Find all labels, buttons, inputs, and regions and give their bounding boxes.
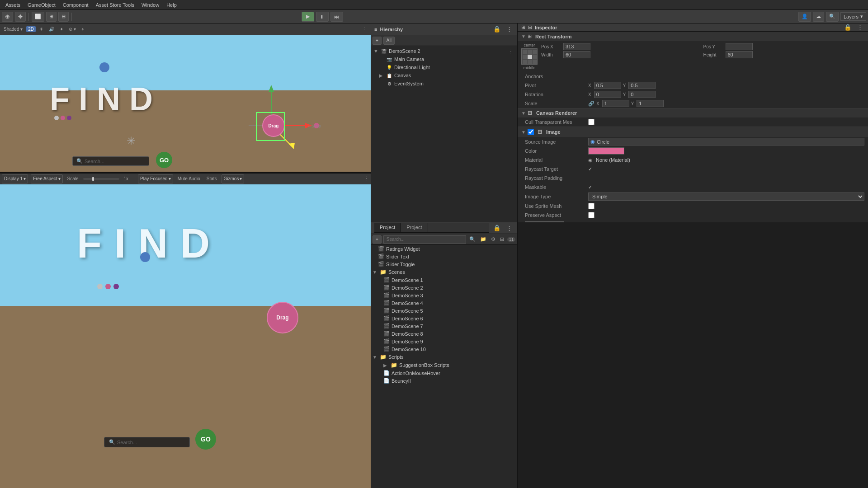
project-tool-4[interactable]: ⊞ — [499, 236, 505, 243]
image-header[interactable]: ▼ 🖼 Image — [518, 127, 868, 137]
display-dropdown[interactable]: Display 1 ▾ — [2, 174, 28, 183]
menu-component[interactable]: Component — [59, 1, 92, 9]
proj-slider-toggle[interactable]: 🎬 Slider Toggle — [371, 260, 517, 268]
project-more-btn[interactable]: ⋮ — [505, 224, 514, 232]
image-enabled-checkbox[interactable] — [528, 129, 534, 135]
rotation-y-input[interactable] — [628, 91, 656, 98]
proj-demoscene1[interactable]: 🎬 DemoScene 1 — [371, 276, 517, 284]
inspector-lock-btn[interactable]: 🔒 — [843, 23, 853, 31]
hierarchy-directional-light[interactable]: ▶ 💡 Directional Light — [372, 63, 516, 71]
project-add-btn[interactable]: + — [373, 235, 382, 244]
stats-btn[interactable]: Stats — [205, 176, 219, 182]
canvas-renderer-header[interactable]: ▼ 🖼 Canvas Renderer — [518, 108, 868, 117]
project-tab-2[interactable]: Project — [401, 223, 428, 232]
hierarchy-eventsystem[interactable]: ▶ ⚙ EventSystem — [372, 80, 516, 88]
scale-y-input[interactable] — [637, 100, 664, 107]
rect-transform-header[interactable]: ▼ ⊞ Rect Transform — [518, 32, 868, 41]
rect-tool[interactable]: ⬜ — [32, 12, 44, 22]
search-button[interactable]: 🔍 — [826, 12, 839, 22]
mute-audio-btn[interactable]: Mute Audio — [176, 176, 202, 182]
project-tab-1[interactable]: Project — [374, 223, 401, 232]
pivot-y-input[interactable] — [628, 82, 656, 89]
game-search-box[interactable]: 🔍 Search... — [104, 437, 190, 447]
proj-scenes-folder[interactable]: ▼ 📁 Scenes — [371, 268, 517, 276]
scene-2d-btn[interactable]: 2D — [26, 26, 36, 32]
proj-bouncyii[interactable]: 📄 BouncyII — [371, 377, 517, 385]
use-sprite-mesh-checkbox[interactable] — [588, 203, 594, 209]
preserve-aspect-checkbox[interactable] — [588, 212, 594, 218]
scene-more-btn[interactable]: ⋮ — [361, 26, 369, 32]
transform-tool[interactable]: ⊕ — [2, 12, 13, 22]
menu-help[interactable]: Help — [163, 1, 180, 9]
game-canvas[interactable]: FIND Drag 🔍 Search... GO — [0, 184, 371, 488]
source-image-value[interactable]: ◉ Circle — [588, 138, 864, 145]
proj-suggestbox-folder[interactable]: ▶ 📁 SuggestionBox Scripts — [371, 361, 517, 369]
game-go-btn[interactable]: GO — [195, 429, 216, 450]
project-tool-3[interactable]: ⚙ — [490, 236, 497, 243]
scene-go-btn[interactable]: GO — [156, 152, 172, 168]
proj-actiononmousehover[interactable]: 📄 ActionOnMouseHover — [371, 369, 517, 377]
project-lock-btn[interactable]: 🔒 — [492, 224, 502, 232]
scene-drag-ball[interactable]: Drag — [262, 114, 285, 137]
scene-canvas[interactable]: FIND Drag ✳ ←Snap 🔍 S — [0, 35, 371, 173]
step-button[interactable]: ⏭ — [330, 12, 343, 22]
game-toolbar-more[interactable]: ⋮ — [364, 176, 369, 182]
hierarchy-add-btn[interactable]: + — [373, 37, 382, 45]
pivot-tool[interactable]: ⊟ — [58, 12, 69, 22]
height-input[interactable] — [726, 51, 753, 58]
project-tool-1[interactable]: 🔍 — [468, 236, 477, 243]
scene-gizmos-btn[interactable]: ⊙ ▾ — [67, 26, 78, 32]
cloud-button[interactable]: ☁ — [813, 12, 824, 22]
hierarchy-canvas[interactable]: ▶ 📋 Canvas — [372, 71, 516, 80]
scene-snap-btn[interactable]: ⌖ — [80, 26, 86, 33]
proj-demoscene4[interactable]: 🎬 DemoScene 4 — [371, 299, 517, 307]
scene-shaded-btn[interactable]: Shaded ▾ — [2, 26, 24, 32]
proj-slider-text[interactable]: 🎬 Slider Text — [371, 253, 517, 260]
proj-demoscene2[interactable]: 🎬 DemoScene 2 — [371, 284, 517, 291]
posy-input[interactable] — [726, 43, 753, 50]
game-drag-ball[interactable]: Drag — [267, 302, 298, 333]
menu-gameobject[interactable]: GameObject — [24, 1, 59, 9]
demoscene-more-btn[interactable]: ⋮ — [507, 48, 514, 54]
project-search-input[interactable] — [383, 235, 466, 244]
cull-checkbox[interactable] — [588, 119, 594, 125]
hierarchy-main-camera[interactable]: ▶ 📷 Main Camera — [372, 55, 516, 63]
menu-assets[interactable]: Assets — [2, 1, 24, 9]
pivot-grid[interactable] — [521, 48, 538, 65]
rotation-x-input[interactable] — [594, 91, 621, 98]
hierarchy-lock-btn[interactable]: 🔒 — [492, 25, 502, 33]
gizmos-dropdown[interactable]: Gizmos ▾ — [222, 174, 245, 183]
aspect-dropdown[interactable]: Free Aspect ▾ — [31, 174, 62, 183]
proj-demoscene9[interactable]: 🎬 DemoScene 9 — [371, 338, 517, 345]
proj-demoscene10[interactable]: 🎬 DemoScene 10 — [371, 345, 517, 353]
scene-fx-btn[interactable]: ✦ — [58, 26, 65, 32]
scale-slider[interactable] — [83, 178, 119, 180]
play-focused-dropdown[interactable]: Play Focused ▾ — [138, 174, 173, 183]
proj-demoscene7[interactable]: 🎬 DemoScene 7 — [371, 322, 517, 330]
scene-light-btn[interactable]: ☀ — [38, 26, 45, 32]
hierarchy-demoscene[interactable]: ▼ 🎬 DemoScene 2 ⋮ — [372, 47, 516, 55]
image-type-dropdown[interactable]: Simple — [588, 192, 864, 201]
layers-dropdown[interactable]: Layers ▾ — [840, 12, 866, 21]
color-swatch[interactable] — [588, 147, 624, 155]
posx-input[interactable] — [563, 43, 590, 50]
proj-ratings-widget[interactable]: 🎬 Ratings Widget — [371, 245, 517, 253]
move-tool[interactable]: ✥ — [15, 12, 26, 22]
collab-button[interactable]: 👤 — [798, 12, 811, 22]
menu-window[interactable]: Window — [138, 1, 163, 9]
hierarchy-all-btn[interactable]: All — [383, 37, 395, 45]
inspector-more-btn[interactable]: ⋮ — [856, 23, 864, 31]
pause-button[interactable]: ⏸ — [316, 12, 329, 22]
project-tool-2[interactable]: 📁 — [479, 236, 488, 243]
play-button[interactable]: ▶ — [302, 12, 314, 22]
proj-demoscene3[interactable]: 🎬 DemoScene 3 — [371, 291, 517, 299]
hierarchy-more-btn[interactable]: ⋮ — [505, 25, 514, 33]
proj-demoscene6[interactable]: 🎬 DemoScene 6 — [371, 314, 517, 322]
pivot-x-input[interactable] — [594, 82, 621, 89]
layout-tool[interactable]: ⊞ — [46, 12, 57, 22]
scene-search-box[interactable]: 🔍 Search... — [72, 156, 149, 166]
menu-assetstoretools[interactable]: Asset Store Tools — [92, 1, 138, 9]
proj-demoscene8[interactable]: 🎬 DemoScene 8 — [371, 330, 517, 338]
width-input[interactable] — [563, 51, 590, 58]
scene-audio-btn[interactable]: 🔊 — [47, 26, 56, 32]
